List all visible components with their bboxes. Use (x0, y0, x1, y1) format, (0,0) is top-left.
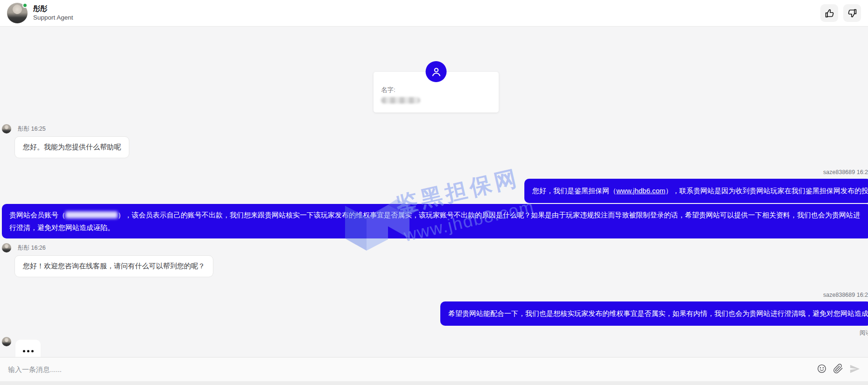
chat-widget: 彤彤 Support Agent (0, 0, 868, 385)
message-meta: 彤彤 16:25 (18, 125, 46, 133)
message-meta: saze838689 16:26 (440, 292, 868, 298)
emoji-icon (817, 364, 827, 375)
read-receipt: 阅读 (440, 329, 868, 337)
user-circle-icon (426, 61, 447, 82)
message-bubble: 您好。我能为您提供什么帮助呢 (14, 136, 129, 158)
thumbs-down-button[interactable] (843, 4, 861, 22)
message-meta: saze838689 16:25 (524, 169, 868, 175)
agent-name: 彤彤 (33, 4, 73, 13)
thumbs-up-icon (825, 8, 834, 18)
agent-avatar-small (2, 124, 11, 133)
message-text: ），该会员表示自己的账号不出款，我们想来跟贵网站核实一下该玩家发布的维权事宜是否… (9, 211, 860, 231)
message-visitor-1: saze838689 16:25 您好，我们是鉴黑担保网（www.jhdb6.c… (524, 169, 868, 203)
widget-footer-strip (0, 381, 868, 385)
agent-meta: 彤彤 Support Agent (33, 4, 73, 22)
message-bubble: 您好，我们是鉴黑担保网（www.jhdb6.com），联系贵网站是因为收到贵网站… (524, 179, 868, 203)
name-field-label: 名字: (381, 86, 491, 94)
composer-bar (0, 357, 868, 381)
message-text: 贵网站会员账号（ (9, 211, 65, 219)
message-link[interactable]: www.jhdb6.com (616, 187, 665, 195)
message-bubble: 希望贵网站能配合一下，我们也是想核实玩家发布的维权事宜是否属实，如果有内情，我们… (440, 301, 868, 326)
message-list[interactable]: 鉴黑担保网 www.jhdb8.com 名字: 彤彤 16:25 (0, 27, 868, 357)
message-agent-2: 彤彤 16:26 您好！欢迎您咨询在线客服，请问有什么可以帮到您的呢？ (2, 243, 213, 277)
send-icon (849, 364, 860, 376)
message-visitor-3: saze838689 16:26 希望贵网站能配合一下，我们也是想核实玩家发布的… (440, 292, 868, 337)
prechat-card: 名字: (374, 72, 499, 112)
message-agent-1: 彤彤 16:25 您好。我能为您提供什么帮助呢 (2, 124, 129, 158)
message-bubble: 您好！欢迎您咨询在线客服，请问有什么可以帮到您的呢？ (14, 255, 213, 277)
emoji-button[interactable] (817, 364, 827, 375)
redacted-account-number (65, 211, 118, 218)
agent-avatar (7, 3, 28, 23)
paperclip-icon (833, 364, 843, 375)
chat-header: 彤彤 Support Agent (0, 0, 868, 27)
thumbs-down-icon (847, 8, 857, 18)
attachment-button[interactable] (833, 364, 843, 375)
rating-buttons (820, 4, 861, 22)
agent-avatar-small (2, 337, 11, 346)
message-bubble: 贵网站会员账号（），该会员表示自己的账号不出款，我们想来跟贵网站核实一下该玩家发… (2, 204, 868, 238)
thumbs-up-button[interactable] (820, 4, 838, 22)
agent-role: Support Agent (33, 14, 73, 22)
online-status-dot (22, 3, 28, 8)
message-text: 您好，我们是鉴黑担保网（ (532, 187, 616, 195)
send-button[interactable] (849, 364, 860, 376)
agent-avatar-small (2, 243, 11, 252)
message-visitor-2: 贵网站会员账号（），该会员表示自己的账号不出款，我们想来跟贵网站核实一下该玩家发… (2, 204, 868, 238)
message-meta: 彤彤 16:26 (18, 244, 46, 252)
name-field-value-redacted (381, 97, 420, 104)
message-text: ），联系贵网站是因为收到贵网站玩家在我们鉴黑担保网发布的投诉。 (665, 187, 868, 195)
message-input[interactable] (8, 365, 809, 373)
